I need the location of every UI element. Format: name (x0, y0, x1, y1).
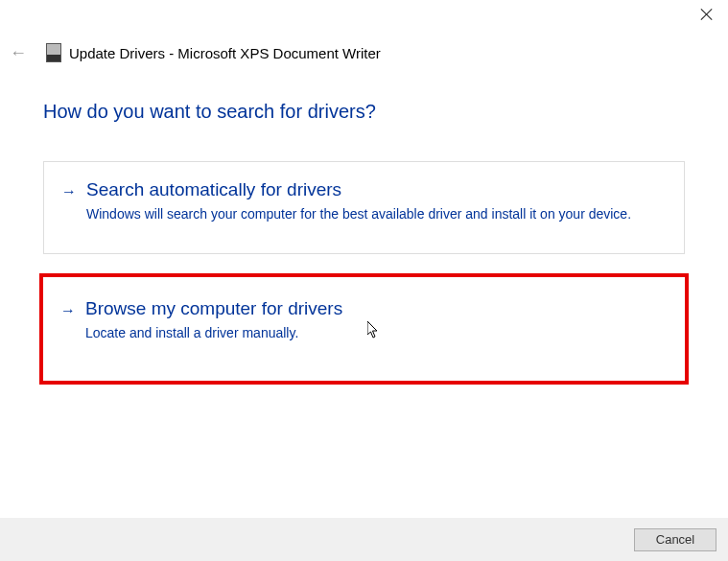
option-desc: Locate and install a driver manually. (85, 324, 668, 343)
arrow-right-icon: → (60, 302, 76, 319)
titlebar (0, 0, 728, 29)
header: ← Update Drivers - Microsoft XPS Documen… (0, 29, 728, 67)
window-title: Update Drivers - Microsoft XPS Document … (69, 45, 381, 61)
option-browse-computer[interactable]: → Browse my computer for drivers Locate … (39, 273, 689, 386)
content-area: How do you want to search for drivers? →… (0, 67, 728, 385)
page-heading: How do you want to search for drivers? (43, 101, 685, 123)
option-search-auto[interactable]: → Search automatically for drivers Windo… (43, 161, 685, 254)
option-title: Search automatically for drivers (86, 179, 667, 200)
cancel-button[interactable]: Cancel (634, 528, 716, 551)
footer: Cancel (0, 518, 728, 561)
option-title: Browse my computer for drivers (85, 298, 668, 319)
option-desc: Windows will search your computer for th… (86, 205, 667, 224)
close-icon[interactable] (700, 8, 714, 21)
back-arrow-icon: ← (10, 43, 27, 63)
device-icon (46, 43, 61, 62)
arrow-right-icon: → (61, 183, 77, 200)
